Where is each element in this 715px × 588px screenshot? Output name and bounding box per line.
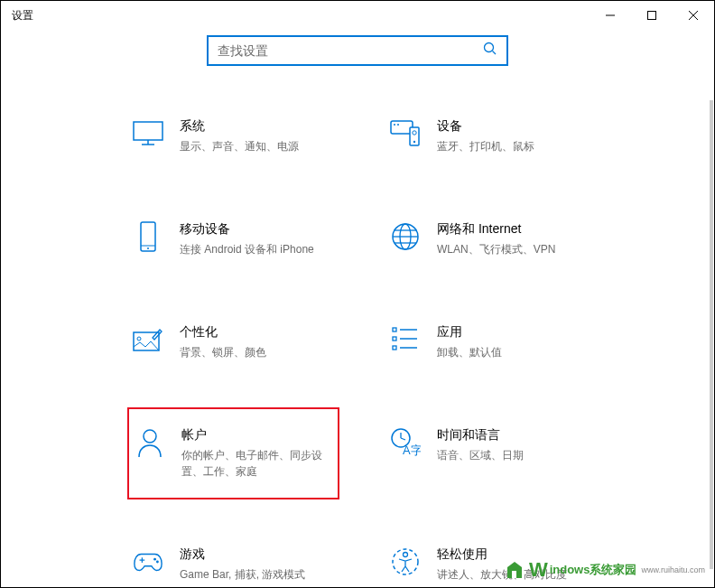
- svg-point-13: [413, 141, 415, 143]
- category-gaming[interactable]: 游戏 Game Bar, 捕获, 游戏模式: [127, 539, 339, 588]
- search-icon: [483, 42, 497, 60]
- category-text: 帐户 你的帐户、电子邮件、同步设置、工作、家庭: [181, 427, 332, 480]
- personalization-icon: [133, 324, 163, 355]
- category-desc: WLAN、飞行模式、VPN: [437, 241, 591, 257]
- category-desc: 显示、声音、通知、电源: [180, 138, 334, 154]
- close-icon: [689, 11, 698, 20]
- category-phone[interactable]: 移动设备 连接 Android 设备和 iPhone: [127, 214, 339, 265]
- gaming-icon: [133, 546, 163, 577]
- close-button[interactable]: [673, 1, 714, 30]
- category-system[interactable]: 系统 显示、声音、通知、电源: [127, 111, 339, 162]
- minimize-button[interactable]: [590, 1, 631, 30]
- category-title: 设备: [437, 118, 591, 135]
- svg-rect-15: [141, 222, 155, 251]
- svg-rect-6: [134, 122, 162, 140]
- maximize-icon: [647, 11, 656, 20]
- category-title: 系统: [180, 118, 334, 135]
- svg-point-36: [153, 558, 156, 561]
- category-time[interactable]: A字 时间和语言 语音、区域、日期: [385, 420, 597, 487]
- phone-icon: [133, 221, 163, 252]
- category-desc: Game Bar, 捕获, 游戏模式: [180, 566, 334, 583]
- svg-point-41: [404, 553, 408, 557]
- category-title: 时间和语言: [437, 427, 591, 443]
- maximize-button[interactable]: [631, 1, 673, 30]
- svg-point-4: [485, 43, 494, 52]
- category-title: 个性化: [180, 324, 334, 341]
- category-title: 网络和 Internet: [437, 221, 591, 238]
- categories-grid: 系统 显示、声音、通知、电源 设备 蓝牙、打印机、鼠标 移动设备 连接 Andr…: [1, 66, 714, 588]
- system-icon: [133, 118, 163, 149]
- network-icon: [390, 221, 421, 252]
- category-personalization[interactable]: 个性化 背景、锁屏、颜色: [127, 317, 339, 368]
- category-apps[interactable]: 应用 卸载、默认值: [385, 317, 597, 368]
- devices-icon: [390, 118, 421, 149]
- svg-line-34: [401, 438, 405, 440]
- category-text: 个性化 背景、锁屏、颜色: [180, 324, 334, 360]
- svg-point-31: [144, 430, 156, 443]
- window-controls: [590, 1, 714, 30]
- category-text: 系统 显示、声音、通知、电源: [180, 118, 334, 154]
- category-desc: 背景、锁屏、颜色: [180, 344, 334, 360]
- watermark-logo-icon: [506, 560, 527, 580]
- category-accounts[interactable]: 帐户 你的帐户、电子邮件、同步设置、工作、家庭: [127, 407, 339, 499]
- category-desc: 连接 Android 设备和 iPhone: [180, 241, 334, 257]
- svg-rect-1: [648, 12, 656, 20]
- category-desc: 你的帐户、电子邮件、同步设置、工作、家庭: [181, 447, 332, 480]
- svg-point-37: [156, 561, 159, 564]
- search-container: [1, 35, 714, 66]
- svg-text:A字: A字: [403, 443, 421, 457]
- minimize-icon: [606, 11, 615, 20]
- category-desc: 蓝牙、打印机、鼠标: [437, 138, 591, 154]
- accounts-icon: [135, 427, 165, 458]
- svg-rect-25: [393, 328, 396, 331]
- category-title: 移动设备: [180, 221, 334, 238]
- category-text: 应用 卸载、默认值: [437, 324, 591, 360]
- svg-point-17: [147, 247, 149, 249]
- category-text: 时间和语言 语音、区域、日期: [437, 427, 591, 463]
- svg-line-5: [493, 51, 497, 55]
- watermark: W indows系统家园 www.ruihaitu.com: [506, 558, 705, 582]
- watermark-text1: indows系统家园: [550, 562, 637, 578]
- svg-rect-29: [393, 346, 396, 350]
- category-title: 帐户: [181, 427, 332, 443]
- window-title: 设置: [12, 8, 33, 23]
- category-network[interactable]: 网络和 Internet WLAN、飞行模式、VPN: [385, 214, 597, 265]
- svg-rect-42: [512, 571, 516, 578]
- watermark-w: W: [529, 558, 548, 582]
- svg-point-24: [137, 337, 141, 341]
- category-text: 移动设备 连接 Android 设备和 iPhone: [180, 221, 334, 257]
- ease-of-access-icon: [390, 546, 421, 577]
- scrollbar[interactable]: [710, 100, 713, 569]
- category-text: 设备 蓝牙、打印机、鼠标: [437, 118, 591, 154]
- category-title: 应用: [437, 324, 591, 341]
- search-box[interactable]: [207, 35, 508, 66]
- apps-icon: [390, 324, 421, 355]
- category-devices[interactable]: 设备 蓝牙、打印机、鼠标: [385, 111, 597, 162]
- search-input[interactable]: [218, 43, 483, 58]
- category-text: 游戏 Game Bar, 捕获, 游戏模式: [180, 546, 334, 583]
- time-language-icon: A字: [390, 427, 421, 458]
- svg-point-10: [394, 124, 395, 126]
- category-desc: 卸载、默认值: [437, 344, 591, 360]
- category-title: 游戏: [180, 546, 334, 563]
- watermark-text2: www.ruihaitu.com: [641, 565, 705, 574]
- category-text: 网络和 Internet WLAN、飞行模式、VPN: [437, 221, 591, 257]
- category-desc: 语音、区域、日期: [437, 447, 591, 463]
- svg-point-11: [397, 124, 399, 126]
- svg-rect-27: [393, 337, 396, 341]
